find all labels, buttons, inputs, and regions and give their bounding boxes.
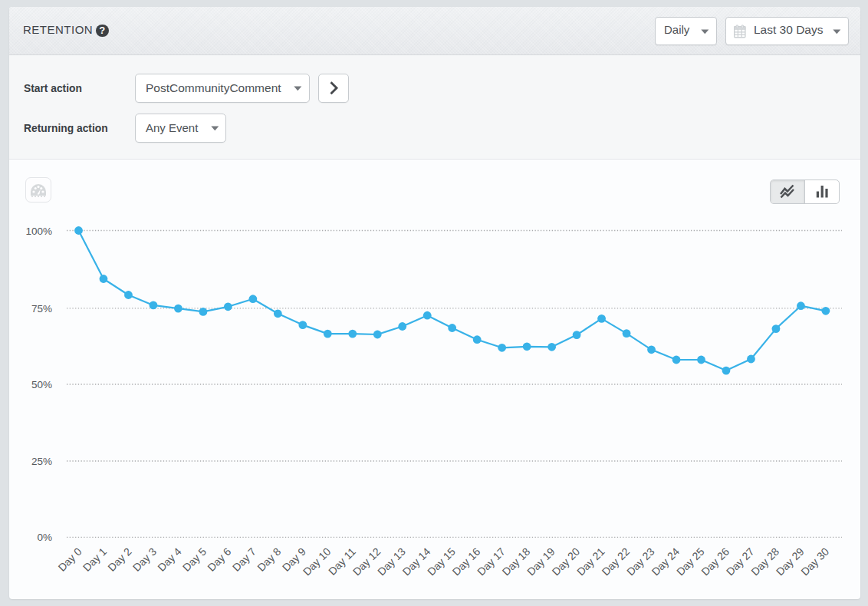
svg-text:0%: 0% (37, 532, 52, 543)
svg-text:75%: 75% (31, 303, 52, 315)
svg-text:Day 30: Day 30 (798, 545, 831, 578)
svg-text:Day 3: Day 3 (130, 545, 159, 574)
svg-text:25%: 25% (31, 456, 52, 467)
svg-text:Day 4: Day 4 (155, 545, 183, 574)
svg-text:Day 6: Day 6 (205, 545, 233, 574)
svg-text:Day 7: Day 7 (230, 545, 258, 574)
svg-text:Day 1: Day 1 (81, 545, 109, 574)
svg-text:Day 10: Day 10 (301, 545, 334, 578)
svg-text:Day 2: Day 2 (105, 545, 133, 574)
svg-text:Day 5: Day 5 (180, 545, 209, 574)
svg-text:Day 8: Day 8 (255, 545, 283, 574)
svg-text:Day 0: Day 0 (55, 545, 84, 574)
svg-text:50%: 50% (31, 379, 52, 390)
svg-text:100%: 100% (25, 226, 52, 237)
